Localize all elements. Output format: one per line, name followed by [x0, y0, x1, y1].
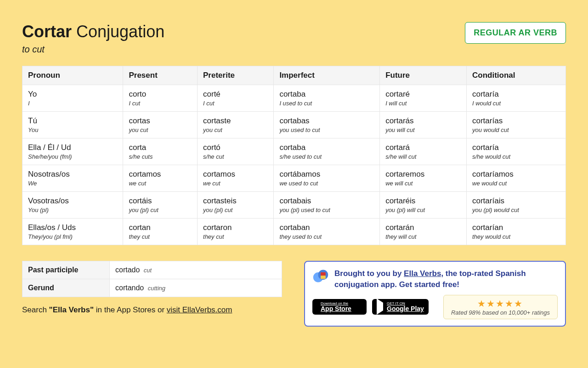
- verb-type-badge: REGULAR AR VERB: [465, 22, 566, 44]
- conjugation-cell: cortaríanthey would cut: [467, 218, 566, 245]
- pronoun-cell: Ella / Él / UdShe/he/you (fml): [23, 138, 123, 165]
- conjugation-cell: cortasteyou cut: [198, 112, 274, 138]
- conjugation-cell: cortarás/he will cut: [380, 138, 467, 165]
- past-participle-cell: cortado cut: [110, 261, 282, 279]
- page-title: Cortar Conjugation: [22, 22, 164, 41]
- rating-text: Rated 98% based on 10,000+ ratings: [451, 309, 550, 316]
- svg-rect-2: [321, 272, 326, 276]
- gerund-label: Gerund: [23, 279, 110, 297]
- promo-text: Brought to you by Ella Verbs, the top-ra…: [334, 268, 558, 290]
- column-header: Pronoun: [23, 66, 123, 85]
- column-header: Future: [380, 66, 467, 85]
- conjugation-cell: cortaríasyou would cut: [467, 112, 566, 138]
- conjugation-cell: cortaríaisyou (pl) would cut: [467, 192, 566, 218]
- column-header: Preterite: [198, 66, 274, 85]
- conjugation-cell: cortaríaI would cut: [467, 85, 566, 112]
- verb-name: Cortar: [22, 22, 72, 41]
- gerund-cell: cortando cutting: [110, 279, 282, 297]
- conjugation-cell: cortabas/he used to cut: [274, 138, 380, 165]
- table-row: TúYoucortasyou cutcortasteyou cutcortaba…: [23, 112, 566, 138]
- conjugation-cell: cortaronthey cut: [198, 218, 274, 245]
- google-play-icon: [377, 303, 383, 311]
- app-store-badge[interactable]: Download on the App Store: [312, 299, 367, 315]
- verb-translation: to cut: [22, 44, 164, 55]
- extra-forms-table: Past participle cortado cut Gerund corta…: [22, 261, 282, 297]
- conjugation-cell: cortaréI will cut: [380, 85, 467, 112]
- table-row: YoIcortoI cutcortéI cutcortabaI used to …: [23, 85, 566, 112]
- conjugation-cell: cortarásyou will cut: [380, 112, 467, 138]
- ella-verbs-promo-link[interactable]: Ella Verbs: [404, 269, 441, 278]
- past-participle-translation: cut: [144, 267, 152, 274]
- table-row: Ella / Él / UdShe/he/you (fml)cortas/he …: [23, 138, 566, 165]
- pronoun-cell: TúYou: [23, 112, 123, 138]
- svg-rect-3: [321, 276, 326, 279]
- pronoun-cell: Vosotras/osYou (pl): [23, 192, 123, 218]
- conjugation-cell: cortarías/he would cut: [467, 138, 566, 165]
- conjugation-cell: cortós/he cut: [198, 138, 274, 165]
- conjugation-cell: cortáisyou (pl) cut: [123, 192, 198, 218]
- conjugation-cell: cortamoswe cut: [123, 165, 198, 192]
- google-play-badge[interactable]: GET IT ON Google Play: [372, 299, 429, 315]
- conjugation-cell: cortaránthey will cut: [380, 218, 467, 245]
- pronoun-cell: YoI: [23, 85, 123, 112]
- conjugation-cell: cortasyou cut: [123, 112, 198, 138]
- column-header: Conditional: [467, 66, 566, 85]
- table-row: Nosotras/osWecortamoswe cutcortamoswe cu…: [23, 165, 566, 192]
- pronoun-cell: Ellas/os / UdsThey/you (pl fml): [23, 218, 123, 245]
- conjugation-cell: cortoI cut: [123, 85, 198, 112]
- app-icon: [312, 268, 329, 285]
- conjugation-cell: cortasteisyou (pl) cut: [198, 192, 274, 218]
- rating-box: ★★★★★ Rated 98% based on 10,000+ ratings: [443, 295, 558, 319]
- conjugation-cell: cortabanthey used to cut: [274, 218, 380, 245]
- conjugation-cell: cortábamoswe used to cut: [274, 165, 380, 192]
- conjugation-cell: cortabasyou used to cut: [274, 112, 380, 138]
- column-header: Imperfect: [274, 66, 380, 85]
- conjugation-cell: cortaréisyou (pl) will cut: [380, 192, 467, 218]
- gerund-value: cortando: [115, 284, 144, 292]
- conjugation-cell: cortas/he cuts: [123, 138, 198, 165]
- gerund-translation: cutting: [148, 285, 165, 292]
- column-header: Present: [123, 66, 198, 85]
- conjugation-cell: cortaríamoswe would cut: [467, 165, 566, 192]
- table-row: Vosotras/osYou (pl)cortáisyou (pl) cutco…: [23, 192, 566, 218]
- conjugation-cell: cortaremoswe will cut: [380, 165, 467, 192]
- conjugation-cell: cortabaI used to cut: [274, 85, 380, 112]
- conjugation-cell: cortéI cut: [198, 85, 274, 112]
- past-participle-label: Past participle: [23, 261, 110, 279]
- title-suffix: Conjugation: [72, 22, 164, 41]
- table-row: Ellas/os / UdsThey/you (pl fml)cortanthe…: [23, 218, 566, 245]
- past-participle-value: cortado: [115, 266, 140, 274]
- star-icons: ★★★★★: [451, 298, 550, 309]
- ellaverbs-link[interactable]: visit EllaVerbs.com: [167, 305, 232, 314]
- conjugation-cell: cortabaisyou (pl) used to cut: [274, 192, 380, 218]
- conjugation-cell: cortanthey cut: [123, 218, 198, 245]
- conjugation-table: PronounPresentPreteriteImperfectFutureCo…: [22, 66, 566, 245]
- conjugation-cell: cortamoswe cut: [198, 165, 274, 192]
- pronoun-cell: Nosotras/osWe: [23, 165, 123, 192]
- promo-box: Brought to you by Ella Verbs, the top-ra…: [304, 261, 566, 327]
- search-instruction: Search "Ella Verbs" in the App Stores or…: [22, 305, 282, 315]
